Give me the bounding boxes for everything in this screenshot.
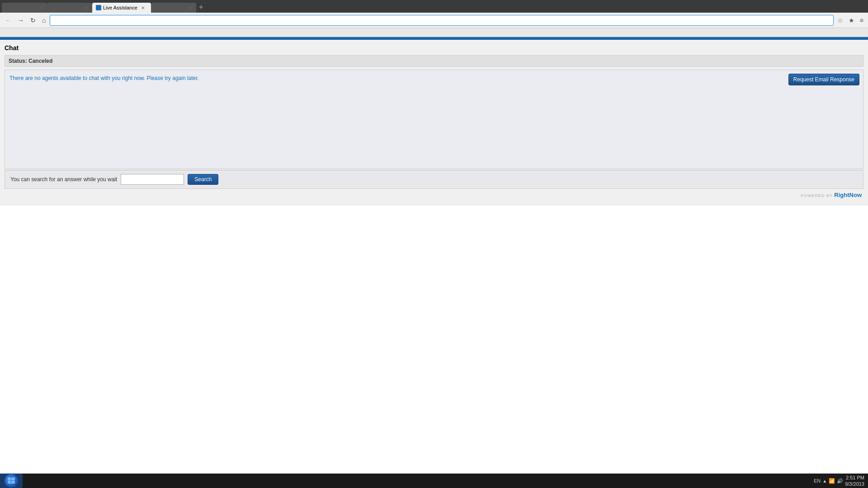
tab-1-close[interactable]: ✕ xyxy=(40,5,43,10)
tab-1[interactable]: ✕ xyxy=(2,3,47,13)
tab-4[interactable]: ✕ xyxy=(151,3,196,13)
reload-button[interactable]: ↻ xyxy=(28,15,38,25)
request-email-button[interactable]: Request Email Response xyxy=(788,74,859,85)
home-button[interactable]: ⌂ xyxy=(40,15,48,25)
search-label: You can search for an answer while you w… xyxy=(10,176,117,183)
nav-right-icons: ☆ ★ ≡ xyxy=(835,16,865,25)
search-input[interactable] xyxy=(121,174,184,185)
message-area: There are no agents available to chat wi… xyxy=(5,70,863,169)
powered-by-brand: RightNow xyxy=(834,192,862,198)
back-button[interactable]: ← xyxy=(3,15,14,25)
powered-by-label: POWERED BY xyxy=(801,193,834,198)
nav-bar: ← → ↻ ⌂ ☆ ★ ≡ xyxy=(0,13,868,28)
tab-4-close[interactable]: ✕ xyxy=(189,5,193,10)
new-tab-button[interactable]: + xyxy=(196,3,206,11)
address-bar[interactable] xyxy=(50,15,833,26)
bookmark-star-icon[interactable]: ☆ xyxy=(835,16,845,25)
search-button[interactable]: Search xyxy=(188,174,218,185)
chat-title: Chat xyxy=(5,44,863,52)
tab-bar: ✕ ✕ Live Assistance ✕ ✕ + xyxy=(0,0,868,13)
tab-live-assistance-close[interactable]: ✕ xyxy=(141,5,145,10)
menu-icon[interactable]: ≡ xyxy=(858,16,865,25)
status-bar: Status: Canceled xyxy=(5,55,863,67)
powered-by: POWERED BY RightNow xyxy=(5,189,863,201)
status-text: Status: Canceled xyxy=(9,58,52,64)
no-agents-message: There are no agents available to chat wi… xyxy=(9,75,199,81)
tab-2-close[interactable]: ✕ xyxy=(85,5,89,10)
tab-live-assistance[interactable]: Live Assistance ✕ xyxy=(92,3,151,13)
tab-live-assistance-icon xyxy=(96,5,101,10)
tab-live-assistance-label: Live Assistance xyxy=(103,5,137,10)
tab-2[interactable]: ✕ xyxy=(47,3,92,13)
bookmarks-bar xyxy=(0,28,868,37)
forward-button[interactable]: → xyxy=(15,15,26,25)
bookmark-star2-icon[interactable]: ★ xyxy=(847,16,856,25)
search-bar: You can search for an answer while you w… xyxy=(5,170,863,189)
main-content: Chat Status: Canceled There are no agent… xyxy=(0,40,868,206)
